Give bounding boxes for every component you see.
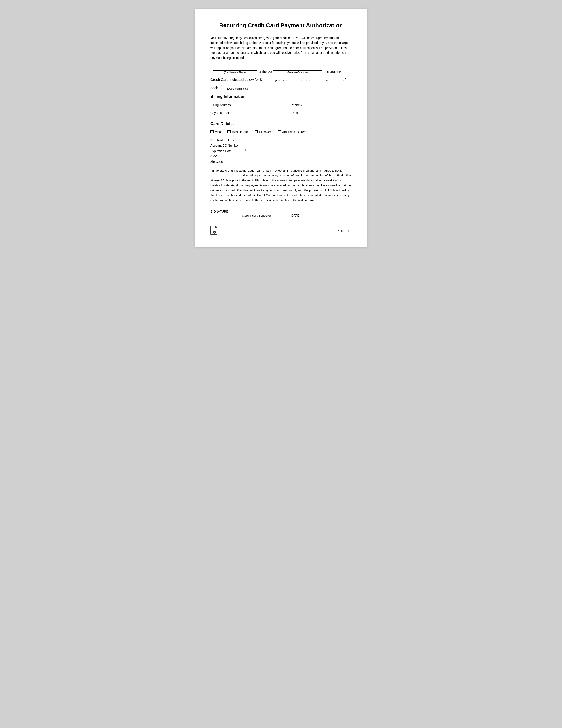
discover-checkbox[interactable] (255, 130, 258, 133)
of-text: of (343, 78, 345, 82)
merchant-name-line (273, 66, 322, 71)
zip-row: Zip Code (211, 159, 351, 163)
mastercard-checkbox[interactable] (228, 130, 231, 133)
terms-paragraph: I understand that this authorization wil… (211, 168, 351, 203)
zip-label: Zip Code (211, 160, 223, 163)
expiry-group: / (233, 149, 258, 153)
each-text: each (211, 86, 218, 90)
merchant-name-group: (Merchant's Name) (273, 66, 322, 74)
email-line (299, 111, 351, 115)
cardholder-name-input-line (236, 138, 293, 142)
visa-option: Visa (211, 130, 221, 134)
date-label: DATE (291, 214, 299, 217)
svg-text:e: e (214, 231, 215, 234)
day-group: (day) (312, 75, 341, 82)
signature-line (230, 209, 282, 213)
expiry-slash: / (245, 149, 246, 153)
i-word: I (211, 70, 211, 74)
signature-label: SIGNATURE (211, 210, 228, 213)
card-details-heading: Card Details (211, 122, 351, 126)
address-label: Billing Address (211, 103, 231, 107)
footer: e Page 1 of 1 (211, 226, 351, 236)
cvv-row: CVV (211, 154, 351, 158)
email-label: Email (291, 111, 298, 115)
amount-line (264, 75, 299, 79)
cardholder-name-label: (Cardholder's Name) (224, 71, 247, 74)
period-group: . (week, month, etc.) (220, 83, 255, 90)
sig-top-row: SIGNATURE (211, 209, 282, 213)
address-line (232, 103, 286, 107)
signature-section: SIGNATURE (Cardholder's Signature) DATE (211, 209, 351, 217)
mastercard-option: MasterCard (228, 130, 248, 134)
on-the-text: on the (300, 78, 310, 82)
amex-checkbox[interactable] (278, 130, 281, 133)
period-label: (week, month, etc.) (227, 87, 248, 90)
billing-heading: Billing Information (211, 94, 351, 99)
amex-label: American Express (282, 130, 307, 134)
page-number: Page 1 of 1 (337, 229, 352, 232)
discover-label: Discover (259, 130, 271, 134)
credit-card-text: Credit Card indicated below for $ (211, 78, 262, 82)
address-phone-row: Billing Address Phone # (211, 103, 351, 107)
cardholder-name-group: (Cardholder's Name) (213, 66, 257, 74)
account-number-row: Account/CC Number (211, 143, 351, 147)
period-line: . (220, 83, 255, 87)
to-charge-text: to charge my (323, 70, 341, 74)
account-number-input-line (240, 143, 297, 147)
day-line (312, 75, 341, 79)
amount-label: (Amount $) (275, 79, 287, 82)
address-field: Billing Address (211, 103, 286, 107)
document-icon: e (211, 226, 219, 236)
cardholder-name-row: Cardholder Name (211, 138, 351, 142)
mastercard-label: MasterCard (232, 130, 248, 134)
date-field: DATE (291, 213, 340, 217)
card-types-row: Visa MasterCard Discover American Expres… (211, 130, 351, 134)
city-label: City, State, Zip (211, 111, 231, 115)
page-title: Recurring Credit Card Payment Authorizat… (211, 22, 351, 29)
date-line (300, 213, 340, 217)
expiry-row: Expiration Date / (211, 149, 351, 153)
card-details-section: Card Details Visa MasterCard Discover Am… (211, 122, 351, 163)
city-email-row: City, State, Zip Email (211, 111, 351, 115)
visa-checkbox[interactable] (211, 130, 214, 133)
amex-option: American Express (278, 130, 307, 134)
document-page: Recurring Credit Card Payment Authorizat… (195, 9, 367, 247)
city-line (232, 111, 286, 115)
signature-field: SIGNATURE (Cardholder's Signature) (211, 209, 282, 217)
amount-group: (Amount $) (264, 75, 299, 82)
expiry-month (233, 149, 244, 153)
expiry-year (247, 149, 258, 153)
day-label: (day) (324, 79, 329, 82)
intro-paragraph: You authorize regularly scheduled charge… (211, 36, 351, 60)
visa-label: Visa (215, 130, 221, 134)
cardholder-name-label: Cardholder Name (211, 138, 235, 142)
cvv-label: CVV (211, 155, 217, 158)
email-field: Email (291, 111, 351, 115)
phone-field: Phone # (291, 103, 351, 107)
expiry-label: Expiration Date (211, 149, 232, 153)
cvv-input-line (218, 154, 232, 158)
zip-input-line (224, 159, 244, 163)
merchant-name-label: (Merchant's Name) (287, 71, 308, 74)
phone-label: Phone # (291, 103, 302, 107)
authorize-word: authorize (259, 70, 272, 74)
account-number-label: Account/CC Number (211, 144, 239, 147)
signature-sub-label: (Cardholder's Signature) (211, 214, 282, 217)
authorize-section: I (Cardholder's Name) authorize (Merchan… (211, 66, 351, 90)
cardholder-name-line (213, 66, 257, 71)
discover-option: Discover (255, 130, 271, 134)
billing-section: Billing Information Billing Address Phon… (211, 94, 351, 115)
city-field: City, State, Zip (211, 111, 286, 115)
phone-line (303, 103, 351, 107)
